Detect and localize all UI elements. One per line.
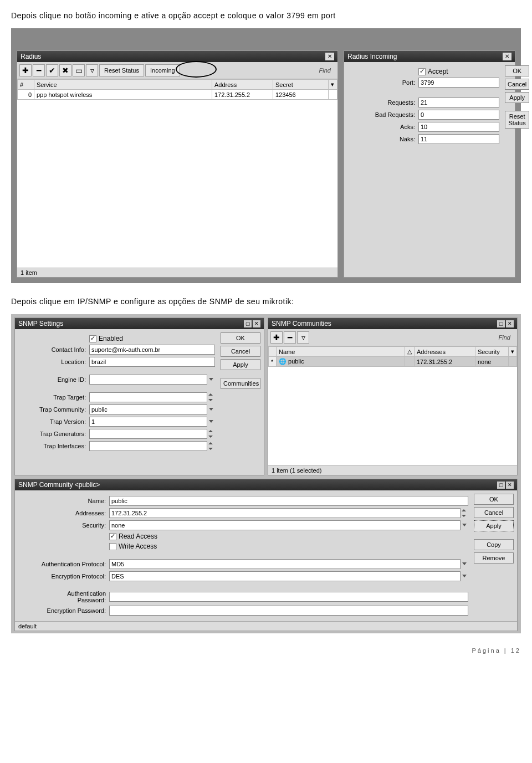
col-service[interactable]: Service <box>34 80 212 90</box>
incoming-buttons: OK Cancel Apply Reset Status <box>502 62 532 150</box>
encproto-field[interactable] <box>109 571 461 581</box>
read-access-label: Read Access <box>119 532 157 540</box>
table-row[interactable]: * 🌐 public 172.31.255.2 none <box>269 357 517 367</box>
chevron-down-icon[interactable] <box>461 520 468 530</box>
remove-button[interactable]: Remove <box>474 552 514 564</box>
community-titlebar: SNMP Community <public> ▢✕ <box>15 479 517 490</box>
col-dropdown[interactable]: ▾ <box>329 80 337 90</box>
comment-button[interactable]: ▭ <box>73 64 85 76</box>
contact-label: Contact Info: <box>17 346 89 353</box>
authproto-field[interactable] <box>109 559 461 569</box>
apply-button[interactable]: Apply <box>505 92 529 103</box>
communities-button[interactable]: Communities <box>221 378 260 389</box>
authpass-label: Authentication Password: <box>37 590 109 603</box>
authpass-field[interactable] <box>109 592 468 602</box>
incoming-titlebar: Radius Incoming ✕ <box>344 51 515 62</box>
location-field[interactable] <box>89 357 215 367</box>
close-icon[interactable]: ✕ <box>253 320 260 327</box>
community-statusbar: default <box>15 621 517 631</box>
incoming-button[interactable]: Incoming <box>145 64 180 76</box>
name-field[interactable] <box>109 496 468 506</box>
filter-button[interactable]: ▿ <box>86 64 98 76</box>
spinner-icon[interactable] <box>207 441 215 451</box>
contact-field[interactable] <box>89 345 215 355</box>
remove-button[interactable]: ━ <box>33 64 45 76</box>
apply-button[interactable]: Apply <box>221 359 260 370</box>
enable-button[interactable]: ✔ <box>46 64 58 76</box>
trapgen-field[interactable] <box>89 429 207 439</box>
traptarget-field[interactable] <box>89 392 207 402</box>
community-title: SNMP Community <public> <box>18 481 100 489</box>
accept-checkbox[interactable] <box>418 68 426 75</box>
write-access-checkbox[interactable] <box>109 543 116 550</box>
col-address[interactable]: Address <box>212 80 273 90</box>
spinner-icon[interactable] <box>207 429 215 439</box>
minimize-icon[interactable]: ▢ <box>497 482 505 489</box>
trapcommunity-label: Trap Community: <box>17 406 89 413</box>
acks-label: Acks: <box>346 124 418 130</box>
col-name[interactable]: Name <box>277 347 405 357</box>
encpass-field[interactable] <box>109 606 468 616</box>
apply-button[interactable]: Apply <box>474 520 514 531</box>
engine-field[interactable] <box>89 375 207 385</box>
minimize-icon[interactable]: ▢ <box>244 320 252 327</box>
incoming-form: Accept Port: Requests: Bad Requests: <box>344 62 502 150</box>
chevron-down-icon[interactable] <box>207 375 215 385</box>
port-field[interactable] <box>418 78 499 88</box>
remove-button[interactable]: ━ <box>284 331 296 344</box>
trapversion-field[interactable] <box>89 417 207 427</box>
find-label[interactable]: Find <box>499 334 515 341</box>
disable-button[interactable]: ✖ <box>59 64 71 76</box>
ok-button[interactable]: OK <box>474 494 514 505</box>
read-access-checkbox[interactable] <box>109 533 116 540</box>
cancel-button[interactable]: Cancel <box>505 79 529 90</box>
requests-label: Requests: <box>346 99 418 106</box>
close-icon[interactable]: ✕ <box>506 482 514 489</box>
filter-button[interactable]: ▿ <box>297 331 309 344</box>
close-icon[interactable]: ✕ <box>325 53 334 60</box>
addr-field[interactable] <box>109 508 461 518</box>
trapcommunity-field[interactable] <box>89 404 207 414</box>
badrequests-field <box>418 110 499 120</box>
ok-button[interactable]: OK <box>505 65 529 76</box>
trapgen-label: Trap Generators: <box>17 431 89 437</box>
snmp-communities-title: SNMP Communities <box>272 320 331 327</box>
chevron-down-icon[interactable] <box>461 571 468 581</box>
radius-table-area: # Service Address Secret ▾ 0 ppp hotspot… <box>17 79 337 268</box>
snmp-settings-titlebar: SNMP Settings ▢✕ <box>15 318 264 329</box>
snmp-comm-toolbar: ✚ ━ ▿ Find <box>268 329 517 346</box>
ok-button[interactable]: OK <box>221 332 260 344</box>
cancel-button[interactable]: Cancel <box>221 346 260 357</box>
col-num[interactable]: # <box>18 80 34 90</box>
close-icon[interactable]: ✕ <box>503 53 511 60</box>
spinner-icon[interactable] <box>207 392 215 402</box>
col-sort[interactable]: △ <box>405 347 415 357</box>
reset-status-button[interactable]: Reset Status <box>99 64 144 76</box>
cancel-button[interactable]: Cancel <box>474 507 514 518</box>
reset-status-button[interactable]: Reset Status <box>505 111 529 129</box>
close-icon[interactable]: ✕ <box>506 320 514 327</box>
trapversion-label: Trap Version: <box>17 418 89 425</box>
minimize-icon[interactable]: ▢ <box>497 320 505 327</box>
enabled-checkbox[interactable] <box>89 335 96 342</box>
traptarget-label: Trap Target: <box>17 394 89 401</box>
col-secret[interactable]: Secret <box>273 80 329 90</box>
copy-button[interactable]: Copy <box>474 539 514 550</box>
col-addresses[interactable]: Addresses <box>415 347 475 357</box>
col-security[interactable]: Security <box>475 347 509 357</box>
trapif-field[interactable] <box>89 441 207 451</box>
engine-label: Engine ID: <box>17 376 89 383</box>
snmp-settings-form: Enabled Contact Info: Location: Engine I… <box>15 329 217 457</box>
table-row[interactable]: 0 ppp hotspot wireless 172.31.255.2 1234… <box>18 90 337 100</box>
add-button[interactable]: ✚ <box>19 64 32 76</box>
enabled-label: Enabled <box>99 335 123 342</box>
chevron-down-icon[interactable] <box>461 559 468 569</box>
add-button[interactable]: ✚ <box>270 331 283 344</box>
chevron-down-icon[interactable] <box>207 417 215 427</box>
sec-field[interactable] <box>109 520 461 530</box>
find-label[interactable]: Find <box>319 67 335 74</box>
chevron-down-icon[interactable] <box>207 404 215 414</box>
snmp-settings-buttons: OK Cancel Apply Communities <box>217 329 264 457</box>
naks-label: Naks: <box>346 136 418 142</box>
spinner-icon[interactable] <box>461 508 468 518</box>
